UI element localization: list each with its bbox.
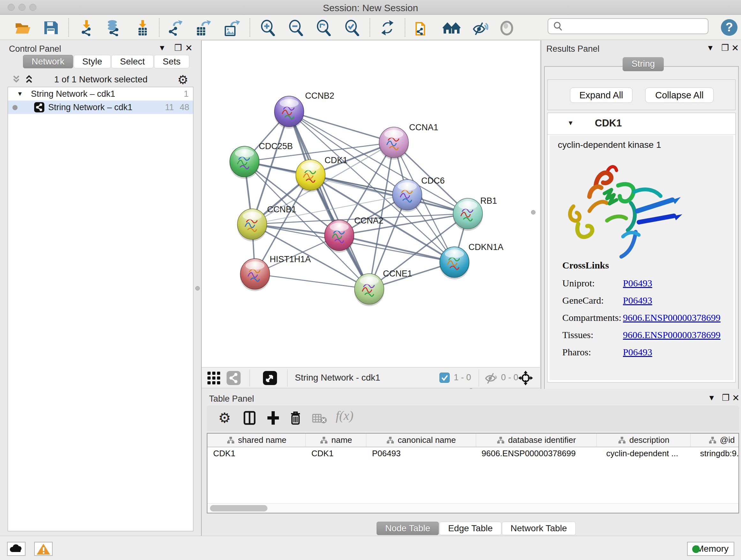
- hidden-eye-icon[interactable]: [484, 372, 498, 385]
- tab-sets[interactable]: Sets: [154, 55, 189, 68]
- table-panel-title: Table Panel: [209, 394, 254, 404]
- vertical-splitter-handle[interactable]: [531, 210, 536, 214]
- table-horizontal-scrollbar[interactable]: [207, 503, 738, 513]
- table-row[interactable]: CDK1CDK1P064939606.ENSP00000378699cyclin…: [207, 447, 739, 460]
- close-panel-icon[interactable]: ✕: [185, 43, 192, 53]
- zoom-out-icon[interactable]: [287, 19, 305, 36]
- search-field[interactable]: [566, 20, 703, 32]
- network-node[interactable]: [392, 179, 422, 212]
- open-session-icon[interactable]: [14, 19, 31, 36]
- table-cell[interactable]: stringdb:9...: [690, 447, 739, 460]
- network-options-gear-icon[interactable]: ⚙: [178, 73, 188, 87]
- node-label: CCNE1: [383, 269, 412, 278]
- network-edge[interactable]: [339, 235, 455, 262]
- hide-show-icon[interactable]: [471, 19, 488, 36]
- import-table-icon[interactable]: [134, 19, 151, 36]
- tab-style[interactable]: Style: [74, 55, 111, 68]
- table-cell[interactable]: cyclin-dependent ...: [597, 447, 690, 460]
- panel-menu-icon[interactable]: ▼: [158, 44, 166, 52]
- network-edge[interactable]: [255, 274, 369, 289]
- collapse-all-button[interactable]: Collapse All: [645, 87, 714, 103]
- save-session-icon[interactable]: [42, 19, 59, 36]
- network-edge[interactable]: [289, 111, 394, 142]
- network-view-icon[interactable]: [226, 371, 241, 385]
- crosslink-link[interactable]: P06493: [623, 295, 652, 306]
- export-table-icon[interactable]: [194, 19, 212, 36]
- entry-expander-icon[interactable]: ▼: [567, 119, 574, 127]
- network-node[interactable]: [453, 198, 483, 231]
- node-table[interactable]: shared namenamecanonical namedatabase id…: [207, 433, 739, 513]
- crosslink-link[interactable]: P06493: [623, 347, 652, 357]
- network-row[interactable]: String Network – cdk1 11 48: [8, 101, 193, 114]
- close-panel-icon[interactable]: ✕: [732, 393, 739, 403]
- zoom-fit-icon[interactable]: [315, 19, 332, 36]
- grid-view-icon[interactable]: [207, 371, 221, 385]
- network-node[interactable]: [324, 220, 354, 253]
- tab-select[interactable]: Select: [111, 55, 153, 68]
- tab-string[interactable]: String: [623, 57, 664, 71]
- first-neighbors-icon[interactable]: [414, 19, 431, 36]
- search-input[interactable]: [548, 18, 709, 34]
- refresh-icon[interactable]: [379, 19, 396, 36]
- birds-eye-view-icon[interactable]: [263, 371, 277, 385]
- function-builder-icon[interactable]: f(x): [336, 408, 354, 423]
- network-node[interactable]: [379, 127, 409, 160]
- network-node[interactable]: [440, 247, 469, 279]
- table-cell[interactable]: CDK1: [207, 447, 306, 460]
- tab-node-table[interactable]: Node Table: [377, 522, 439, 535]
- expand-all-button[interactable]: Expand All: [570, 87, 632, 103]
- panel-menu-icon[interactable]: ▼: [708, 393, 716, 402]
- float-panel-icon[interactable]: ❐: [722, 393, 730, 403]
- import-network-database-icon[interactable]: [105, 19, 122, 36]
- selected-checkbox-icon[interactable]: [440, 373, 450, 383]
- home-icon[interactable]: [442, 19, 460, 36]
- warning-button[interactable]: [34, 542, 53, 556]
- vertical-splitter-handle[interactable]: [195, 286, 200, 291]
- tab-network[interactable]: Network: [23, 55, 73, 68]
- delete-column-icon[interactable]: [288, 410, 302, 426]
- export-image-icon[interactable]: [223, 19, 240, 36]
- float-panel-icon[interactable]: ❐: [174, 43, 182, 53]
- network-node[interactable]: [240, 259, 270, 291]
- table-cell[interactable]: 9606.ENSP00000378699: [476, 447, 597, 460]
- result-entry-header[interactable]: ▼ CDK1: [548, 113, 735, 135]
- crosslink-link[interactable]: P06493: [623, 278, 652, 288]
- table-settings-gear-icon[interactable]: ⚙: [218, 410, 231, 426]
- column-header-@id[interactable]: @id: [690, 434, 739, 447]
- network-view-canvas[interactable]: CCNB2CCNA1CDC25BCDK1CDC6RB1CCNB1CCNA2CDK…: [202, 40, 540, 367]
- column-header-shared-name[interactable]: shared name: [207, 434, 306, 447]
- crosslink-link[interactable]: 9606.ENSP00000378699: [623, 312, 721, 323]
- table-cell[interactable]: CDK1: [306, 447, 366, 460]
- crosslink-link[interactable]: 9606.ENSP00000378699: [623, 329, 721, 340]
- column-header-description[interactable]: description: [597, 434, 690, 447]
- network-node[interactable]: [354, 273, 384, 306]
- network-node[interactable]: [229, 146, 259, 179]
- column-header-canonical-name[interactable]: canonical name: [366, 434, 476, 447]
- float-panel-icon[interactable]: ❐: [721, 43, 729, 53]
- zoom-in-icon[interactable]: [259, 19, 276, 36]
- cloud-button[interactable]: [7, 542, 25, 556]
- network-node[interactable]: [274, 96, 304, 129]
- network-node[interactable]: [295, 160, 326, 192]
- scrollbar-thumb[interactable]: [210, 505, 267, 511]
- memory-button[interactable]: Memory: [687, 542, 734, 556]
- pan-crosshair-icon[interactable]: [518, 370, 534, 386]
- collection-expander-icon[interactable]: ▼: [17, 87, 23, 101]
- tab-edge-table[interactable]: Edge Table: [440, 522, 501, 535]
- eye-icon[interactable]: [498, 19, 515, 36]
- zoom-selected-icon[interactable]: [343, 19, 360, 36]
- network-collection-row[interactable]: ▼ String Network – cdk1 1: [8, 87, 193, 101]
- delete-table-icon[interactable]: [312, 413, 327, 424]
- export-network-icon[interactable]: [167, 19, 185, 36]
- table-cell[interactable]: P06493: [366, 447, 476, 460]
- create-column-icon[interactable]: [266, 410, 280, 426]
- import-network-file-icon[interactable]: [78, 19, 95, 36]
- close-panel-icon[interactable]: ✕: [731, 43, 739, 53]
- panel-menu-icon[interactable]: ▼: [706, 44, 714, 52]
- help-icon[interactable]: ?: [721, 19, 738, 36]
- show-columns-icon[interactable]: [243, 410, 257, 426]
- tab-network-table[interactable]: Network Table: [502, 522, 576, 535]
- network-node[interactable]: [237, 209, 267, 241]
- column-header-name[interactable]: name: [306, 434, 366, 447]
- column-header-database-identifier[interactable]: database identifier: [476, 434, 597, 447]
